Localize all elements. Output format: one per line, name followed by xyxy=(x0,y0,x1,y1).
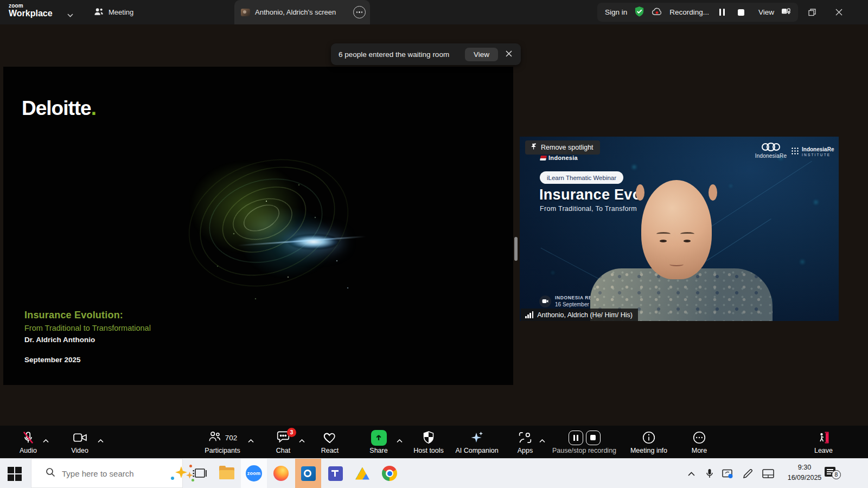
audio-label: Audio xyxy=(4,447,53,454)
window-minimize-button[interactable] xyxy=(775,0,799,24)
chevron-down-icon[interactable] xyxy=(67,10,73,20)
chat-label: Chat xyxy=(259,447,308,454)
audio-options-chevron[interactable] xyxy=(43,435,49,445)
share-button[interactable]: Share xyxy=(354,430,403,454)
pause-recording-icon[interactable] xyxy=(716,7,728,18)
chrome-icon xyxy=(382,466,397,481)
meeting-info-button[interactable]: Meeting info xyxy=(624,430,673,454)
start-button[interactable] xyxy=(8,467,22,481)
action-center-button[interactable]: 8 xyxy=(825,466,843,482)
leave-button[interactable]: Leave xyxy=(799,430,848,454)
apps-label: Apps xyxy=(501,447,550,454)
ai-companion-button[interactable]: AI Companion xyxy=(452,430,501,454)
video-options-chevron[interactable] xyxy=(98,435,104,445)
waiting-room-notification: 6 people entered the waiting room View xyxy=(331,43,521,65)
search-highlights-sparkle-icon xyxy=(170,464,178,483)
meeting-main-area: Deloitte. Insurance Evolution: From Trad… xyxy=(0,24,868,426)
firefox-icon xyxy=(273,466,289,481)
institute-dots-icon xyxy=(791,147,799,155)
logo-workplace-text: Workplace xyxy=(9,9,53,18)
recording-cloud-icon xyxy=(652,8,662,17)
indonesiare-institute-logo: IndonesiaRe INSTITUTE xyxy=(791,146,834,157)
waiting-room-view-button[interactable]: View xyxy=(465,48,498,61)
webinar-badge: iLearn Thematic Webinar xyxy=(540,171,623,184)
deloitte-logo: Deloitte. xyxy=(22,97,96,120)
sign-in-button[interactable]: Sign in xyxy=(605,8,627,16)
window-restore-button[interactable] xyxy=(800,0,824,24)
share-label: Share xyxy=(354,447,403,454)
zoom-camera-icon xyxy=(539,296,551,307)
screen-thumbnail-icon xyxy=(241,9,250,16)
participants-button[interactable]: 702 Participants xyxy=(193,430,252,454)
indonesiare-rings-icon xyxy=(752,143,790,151)
participants-options-chevron[interactable] xyxy=(248,435,254,445)
more-button[interactable]: More xyxy=(675,430,724,454)
teams-icon xyxy=(328,466,343,481)
tray-microphone-icon[interactable] xyxy=(701,459,718,488)
leave-label: Leave xyxy=(799,447,848,454)
tray-cast-display-icon[interactable] xyxy=(719,459,737,488)
remove-spotlight-button[interactable]: Remove spotlight xyxy=(525,140,600,155)
stop-recording-toolbar-icon[interactable] xyxy=(586,431,601,445)
institute-label-1: IndonesiaRe xyxy=(802,146,834,152)
pause-recording-toolbar-icon[interactable] xyxy=(569,431,583,445)
slide-presenter: Dr. Aldrich Anthonio xyxy=(24,336,151,344)
webinar-subtitle: From Traditional, To Transform xyxy=(540,205,637,213)
tray-touchpad-icon[interactable] xyxy=(760,459,777,488)
zoom-app-button[interactable]: zoom xyxy=(241,459,267,488)
file-explorer-button[interactable] xyxy=(214,459,240,488)
react-label: React xyxy=(305,447,354,454)
tray-show-hidden-icons[interactable] xyxy=(682,459,700,488)
waiting-room-message: 6 people entered the waiting room xyxy=(339,50,459,59)
tray-pen-icon[interactable] xyxy=(739,459,756,488)
taskbar-clock[interactable]: 9:30 16/09/2025 xyxy=(780,463,829,484)
more-ellipsis-icon xyxy=(675,430,724,445)
tab-options-ellipsis-icon[interactable] xyxy=(353,6,366,18)
share-screen-icon xyxy=(371,430,387,446)
pause-stop-recording-button[interactable]: Pause/stop recording xyxy=(544,430,625,454)
zoom-app-icon: zoom xyxy=(246,465,262,481)
scrollbar-thumb[interactable] xyxy=(514,237,518,261)
folder-icon xyxy=(219,467,234,479)
pin-icon xyxy=(530,143,537,152)
recording-status-label: Recording... xyxy=(669,8,709,16)
view-button[interactable]: View xyxy=(758,8,774,16)
window-close-button[interactable] xyxy=(827,0,851,24)
chrome-button[interactable] xyxy=(376,459,403,488)
chat-options-chevron[interactable] xyxy=(299,435,305,445)
react-button[interactable]: React xyxy=(305,430,354,454)
firefox-button[interactable] xyxy=(268,459,294,488)
notification-close-icon[interactable] xyxy=(503,49,514,59)
notification-count-badge: 8 xyxy=(832,470,841,479)
video-camera-icon xyxy=(55,430,104,445)
zoom-workplace-logo: zoom Workplace xyxy=(9,3,53,18)
pause-stop-recording-label: Pause/stop recording xyxy=(544,447,625,454)
share-options-chevron[interactable] xyxy=(397,435,403,445)
video-background-glow-dots xyxy=(520,137,521,138)
slide-title-block: Insurance Evolution: From Traditional to… xyxy=(24,310,151,364)
teams-button[interactable] xyxy=(322,459,348,488)
stop-recording-icon[interactable] xyxy=(735,7,747,18)
task-view-button[interactable] xyxy=(187,459,213,488)
presenter-figure xyxy=(709,184,717,201)
tab-shared-screen[interactable]: Anthonio, Aldrich's screen xyxy=(234,0,370,24)
outlook-icon xyxy=(301,466,316,481)
titlebar-controls: Sign in Recording... View xyxy=(597,3,798,22)
video-button[interactable]: Video xyxy=(55,430,104,454)
security-shield-icon[interactable] xyxy=(634,6,644,19)
taskbar-search[interactable] xyxy=(31,459,183,488)
spotlight-video-tile[interactable]: Remove spotlight Danantara Indonesia Ind… xyxy=(520,137,839,321)
outlook-button[interactable] xyxy=(295,459,321,488)
ai-sparkle-icon xyxy=(452,430,501,445)
zoom-workplace-window: zoom Workplace Meeting Anthonio, Aldrich… xyxy=(0,0,868,488)
search-input[interactable] xyxy=(62,469,170,478)
title-bar: zoom Workplace Meeting Anthonio, Aldrich… xyxy=(0,0,868,24)
host-tools-button[interactable]: Host tools xyxy=(404,430,453,454)
indonesiare-label: IndonesiaRe xyxy=(752,153,790,159)
tab-meeting-label: Meeting xyxy=(108,8,133,16)
google-drive-button[interactable] xyxy=(349,459,375,488)
slide-nebula-graphic xyxy=(174,136,363,314)
tab-meeting[interactable]: Meeting xyxy=(93,0,133,24)
danantara-flag-icon xyxy=(540,156,547,160)
video-circuit-line xyxy=(703,161,812,233)
